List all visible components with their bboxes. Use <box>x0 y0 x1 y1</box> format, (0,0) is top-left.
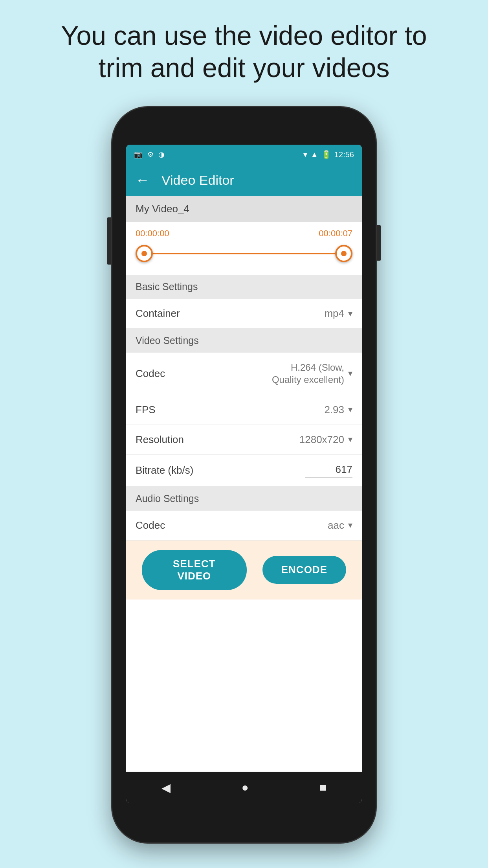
headline-line2: trim and edit your videos <box>99 53 390 83</box>
headline-line1: You can use the video editor to <box>61 20 427 50</box>
filename-row: My Video_4 <box>126 196 362 222</box>
select-video-button[interactable]: SELECT VIDEO <box>142 550 247 590</box>
action-bar: SELECT VIDEO ENCODE <box>126 541 362 600</box>
audio-codec-value-wrapper[interactable]: aac ▾ <box>328 519 352 531</box>
signal-icon: ▲ <box>310 150 318 159</box>
timeline-line <box>144 253 344 254</box>
video-codec-label: Codec <box>136 368 165 380</box>
status-bar: 📷 ⚙ ◑ ▾ ▲ 🔋 12:56 <box>126 145 362 164</box>
home-nav-button[interactable]: ● <box>241 781 248 794</box>
video-codec-row[interactable]: Codec H.264 (Slow, Quality excellent) ▾ <box>126 353 362 395</box>
video-codec-value-wrapper[interactable]: H.264 (Slow, Quality excellent) ▾ <box>272 361 352 386</box>
app-title: Video Editor <box>161 173 234 188</box>
resolution-value-wrapper[interactable]: 1280x720 ▾ <box>299 434 352 446</box>
gear-icon: ⚙ <box>147 150 154 159</box>
resolution-label: Resolution <box>136 434 184 446</box>
container-label: Container <box>136 307 180 320</box>
encode-button[interactable]: ENCODE <box>262 556 346 584</box>
container-dropdown-icon[interactable]: ▾ <box>348 309 352 319</box>
timeline-handle-right[interactable] <box>335 245 352 262</box>
resolution-dropdown-icon[interactable]: ▾ <box>348 434 352 445</box>
timestamp-end: 00:00:07 <box>319 228 352 239</box>
bitrate-row[interactable]: Bitrate (kb/s) <box>126 455 362 487</box>
fps-dropdown-icon[interactable]: ▾ <box>348 405 352 415</box>
handle-dot-right <box>341 251 347 256</box>
sync-icon: ◑ <box>158 150 165 159</box>
phone-screen: 📷 ⚙ ◑ ▾ ▲ 🔋 12:56 ← Video Editor My Vide… <box>126 145 362 803</box>
timeline-handle-left[interactable] <box>136 245 153 262</box>
handle-dot-left <box>141 251 147 256</box>
audio-settings-header: Audio Settings <box>126 487 362 511</box>
wifi-icon: ▾ <box>303 150 307 159</box>
bitrate-input[interactable] <box>305 463 352 478</box>
audio-codec-row[interactable]: Codec aac ▾ <box>126 511 362 541</box>
time-display: 12:56 <box>334 150 354 159</box>
fps-row[interactable]: FPS 2.93 ▾ <box>126 395 362 425</box>
timeline-area: 00:00:00 00:00:07 <box>126 222 362 275</box>
timeline-track[interactable] <box>136 242 352 265</box>
back-nav-button[interactable]: ◀ <box>161 781 171 794</box>
audio-codec-label: Codec <box>136 519 165 531</box>
phone-wrapper: 📷 ⚙ ◑ ▾ ▲ 🔋 12:56 ← Video Editor My Vide… <box>112 107 376 842</box>
screen-content: My Video_4 00:00:00 00:00:07 <box>126 196 362 772</box>
resolution-value: 1280x720 <box>299 434 344 446</box>
timeline-timestamps: 00:00:00 00:00:07 <box>136 228 352 239</box>
audio-codec-dropdown-icon[interactable]: ▾ <box>348 520 352 530</box>
fps-value-wrapper[interactable]: 2.93 ▾ <box>324 404 352 416</box>
basic-settings-header: Basic Settings <box>126 275 362 299</box>
resolution-row[interactable]: Resolution 1280x720 ▾ <box>126 425 362 455</box>
status-left-icons: 📷 ⚙ ◑ <box>134 150 165 159</box>
timestamp-start: 00:00:00 <box>136 228 169 239</box>
status-right-info: ▾ ▲ 🔋 12:56 <box>303 150 354 159</box>
nav-bar: ◀ ● ■ <box>126 772 362 803</box>
app-bar: ← Video Editor <box>126 164 362 196</box>
bitrate-label: Bitrate (kb/s) <box>136 464 193 476</box>
video-codec-value: H.264 (Slow, Quality excellent) <box>272 361 344 386</box>
video-codec-dropdown-icon[interactable]: ▾ <box>348 368 352 379</box>
container-row[interactable]: Container mp4 ▾ <box>126 299 362 329</box>
filename-text: My Video_4 <box>136 203 189 215</box>
back-button[interactable]: ← <box>136 172 150 188</box>
battery-icon: 🔋 <box>321 150 331 159</box>
fps-value: 2.93 <box>324 404 344 416</box>
container-value: mp4 <box>324 307 344 320</box>
recents-nav-button[interactable]: ■ <box>319 781 327 794</box>
audio-codec-value: aac <box>328 519 344 531</box>
fps-label: FPS <box>136 404 156 416</box>
container-value-wrapper[interactable]: mp4 ▾ <box>324 307 352 320</box>
headline: You can use the video editor to trim and… <box>37 20 450 84</box>
screen-record-icon: 📷 <box>134 150 143 159</box>
video-settings-header: Video Settings <box>126 329 362 353</box>
